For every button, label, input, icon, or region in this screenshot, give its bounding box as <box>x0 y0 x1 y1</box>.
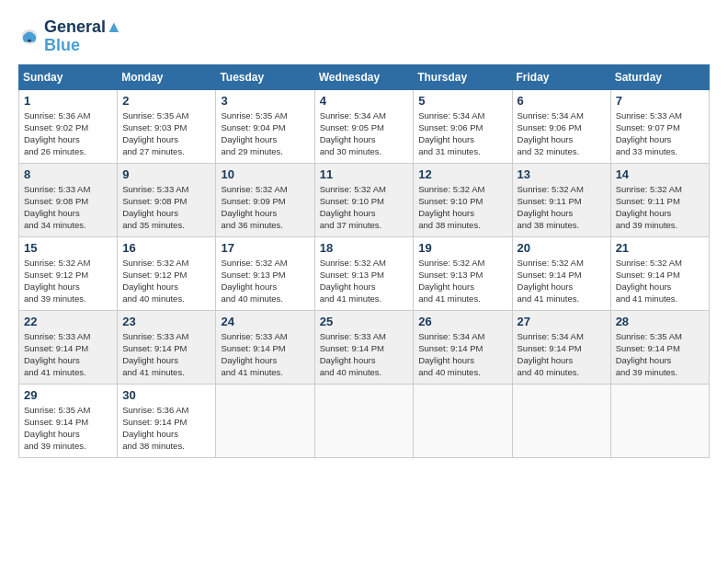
week-row-4: 22 Sunrise: 5:33 AM Sunset: 9:14 PM Dayl… <box>19 310 710 384</box>
day-cell-18: 18 Sunrise: 5:32 AM Sunset: 9:13 PM Dayl… <box>314 236 414 310</box>
day-info: Sunrise: 5:33 AM Sunset: 9:14 PM Dayligh… <box>320 330 409 379</box>
day-number: 3 <box>221 94 309 108</box>
day-info: Sunrise: 5:32 AM Sunset: 9:11 PM Dayligh… <box>616 183 704 232</box>
empty-cell <box>512 384 610 457</box>
day-info: Sunrise: 5:32 AM Sunset: 9:10 PM Dayligh… <box>418 183 506 232</box>
day-number: 2 <box>122 94 210 108</box>
day-info: Sunrise: 5:34 AM Sunset: 9:06 PM Dayligh… <box>418 109 506 158</box>
day-cell-21: 21 Sunrise: 5:32 AM Sunset: 9:14 PM Dayl… <box>610 236 709 310</box>
day-cell-19: 19 Sunrise: 5:32 AM Sunset: 9:13 PM Dayl… <box>414 236 512 310</box>
day-info: Sunrise: 5:33 AM Sunset: 9:14 PM Dayligh… <box>122 330 210 379</box>
calendar-table: SundayMondayTuesdayWednesdayThursdayFrid… <box>18 64 710 458</box>
day-number: 21 <box>616 241 704 255</box>
day-number: 25 <box>320 315 409 328</box>
logo-text: General▲ Blue <box>44 18 122 55</box>
column-header-saturday: Saturday <box>610 64 709 89</box>
column-header-tuesday: Tuesday <box>216 64 314 89</box>
day-info: Sunrise: 5:34 AM Sunset: 9:14 PM Dayligh… <box>518 330 606 379</box>
day-number: 12 <box>418 167 506 181</box>
day-cell-22: 22 Sunrise: 5:33 AM Sunset: 9:14 PM Dayl… <box>19 310 118 384</box>
day-info: Sunrise: 5:33 AM Sunset: 9:14 PM Dayligh… <box>221 330 309 379</box>
day-number: 18 <box>320 241 409 255</box>
day-number: 26 <box>418 315 506 328</box>
day-cell-27: 27 Sunrise: 5:34 AM Sunset: 9:14 PM Dayl… <box>512 310 610 384</box>
week-row-1: 1 Sunrise: 5:36 AM Sunset: 9:02 PM Dayli… <box>19 89 710 163</box>
day-number: 10 <box>221 167 309 181</box>
day-number: 16 <box>122 241 210 255</box>
day-number: 29 <box>24 388 112 402</box>
day-cell-23: 23 Sunrise: 5:33 AM Sunset: 9:14 PM Dayl… <box>118 310 216 384</box>
day-number: 27 <box>518 315 606 328</box>
day-info: Sunrise: 5:32 AM Sunset: 9:11 PM Dayligh… <box>518 183 606 232</box>
day-number: 8 <box>24 167 112 181</box>
day-cell-29: 29 Sunrise: 5:35 AM Sunset: 9:14 PM Dayl… <box>19 384 118 457</box>
day-info: Sunrise: 5:35 AM Sunset: 9:03 PM Dayligh… <box>122 109 210 158</box>
day-number: 17 <box>221 241 309 255</box>
day-number: 15 <box>24 241 112 255</box>
day-info: Sunrise: 5:32 AM Sunset: 9:14 PM Dayligh… <box>518 257 606 305</box>
day-number: 5 <box>418 94 506 108</box>
day-cell-9: 9 Sunrise: 5:33 AM Sunset: 9:08 PM Dayli… <box>118 163 216 236</box>
day-cell-16: 16 Sunrise: 5:32 AM Sunset: 9:12 PM Dayl… <box>118 236 216 310</box>
day-info: Sunrise: 5:32 AM Sunset: 9:09 PM Dayligh… <box>221 183 309 232</box>
day-cell-17: 17 Sunrise: 5:32 AM Sunset: 9:13 PM Dayl… <box>216 236 314 310</box>
empty-cell <box>610 384 709 457</box>
day-cell-28: 28 Sunrise: 5:35 AM Sunset: 9:14 PM Dayl… <box>610 310 709 384</box>
day-cell-10: 10 Sunrise: 5:32 AM Sunset: 9:09 PM Dayl… <box>216 163 314 236</box>
day-cell-13: 13 Sunrise: 5:32 AM Sunset: 9:11 PM Dayl… <box>512 163 610 236</box>
column-header-friday: Friday <box>512 64 610 89</box>
calendar-header: SundayMondayTuesdayWednesdayThursdayFrid… <box>19 64 710 89</box>
day-cell-2: 2 Sunrise: 5:35 AM Sunset: 9:03 PM Dayli… <box>118 89 216 163</box>
day-number: 11 <box>320 167 409 181</box>
day-info: Sunrise: 5:33 AM Sunset: 9:08 PM Dayligh… <box>122 183 210 232</box>
day-cell-12: 12 Sunrise: 5:32 AM Sunset: 9:10 PM Dayl… <box>414 163 512 236</box>
day-info: Sunrise: 5:35 AM Sunset: 9:04 PM Dayligh… <box>221 109 309 158</box>
day-number: 19 <box>418 241 506 255</box>
day-info: Sunrise: 5:35 AM Sunset: 9:14 PM Dayligh… <box>616 330 704 379</box>
day-cell-8: 8 Sunrise: 5:33 AM Sunset: 9:08 PM Dayli… <box>19 163 118 236</box>
day-cell-4: 4 Sunrise: 5:34 AM Sunset: 9:05 PM Dayli… <box>314 89 414 163</box>
column-header-thursday: Thursday <box>414 64 512 89</box>
week-row-3: 15 Sunrise: 5:32 AM Sunset: 9:12 PM Dayl… <box>19 236 710 310</box>
day-info: Sunrise: 5:36 AM Sunset: 9:14 PM Dayligh… <box>122 404 210 453</box>
day-cell-24: 24 Sunrise: 5:33 AM Sunset: 9:14 PM Dayl… <box>216 310 314 384</box>
day-info: Sunrise: 5:32 AM Sunset: 9:10 PM Dayligh… <box>320 183 409 232</box>
day-info: Sunrise: 5:32 AM Sunset: 9:14 PM Dayligh… <box>616 257 704 305</box>
day-number: 23 <box>122 315 210 328</box>
column-header-sunday: Sunday <box>19 64 118 89</box>
day-info: Sunrise: 5:32 AM Sunset: 9:13 PM Dayligh… <box>418 257 506 305</box>
empty-cell <box>414 384 512 457</box>
week-row-5: 29 Sunrise: 5:35 AM Sunset: 9:14 PM Dayl… <box>19 384 710 457</box>
day-cell-1: 1 Sunrise: 5:36 AM Sunset: 9:02 PM Dayli… <box>19 89 118 163</box>
day-info: Sunrise: 5:32 AM Sunset: 9:13 PM Dayligh… <box>221 257 309 305</box>
day-number: 14 <box>616 167 704 181</box>
empty-cell <box>216 384 314 457</box>
day-number: 28 <box>616 315 704 328</box>
logo-icon <box>18 26 40 48</box>
logo: General▲ Blue <box>18 18 122 55</box>
day-cell-20: 20 Sunrise: 5:32 AM Sunset: 9:14 PM Dayl… <box>512 236 610 310</box>
day-number: 20 <box>518 241 606 255</box>
day-number: 6 <box>518 94 606 108</box>
day-info: Sunrise: 5:32 AM Sunset: 9:12 PM Dayligh… <box>122 257 210 305</box>
week-row-2: 8 Sunrise: 5:33 AM Sunset: 9:08 PM Dayli… <box>19 163 710 236</box>
day-cell-14: 14 Sunrise: 5:32 AM Sunset: 9:11 PM Dayl… <box>610 163 709 236</box>
day-cell-15: 15 Sunrise: 5:32 AM Sunset: 9:12 PM Dayl… <box>19 236 118 310</box>
page-header: General▲ Blue <box>18 18 710 55</box>
empty-cell <box>314 384 414 457</box>
day-number: 24 <box>221 315 309 328</box>
day-info: Sunrise: 5:34 AM Sunset: 9:06 PM Dayligh… <box>518 109 606 158</box>
day-cell-5: 5 Sunrise: 5:34 AM Sunset: 9:06 PM Dayli… <box>414 89 512 163</box>
column-header-wednesday: Wednesday <box>314 64 414 89</box>
day-info: Sunrise: 5:34 AM Sunset: 9:05 PM Dayligh… <box>320 109 409 158</box>
day-cell-6: 6 Sunrise: 5:34 AM Sunset: 9:06 PM Dayli… <box>512 89 610 163</box>
day-number: 9 <box>122 167 210 181</box>
day-cell-7: 7 Sunrise: 5:33 AM Sunset: 9:07 PM Dayli… <box>610 89 709 163</box>
day-info: Sunrise: 5:32 AM Sunset: 9:12 PM Dayligh… <box>24 257 112 305</box>
column-header-monday: Monday <box>118 64 216 89</box>
day-info: Sunrise: 5:33 AM Sunset: 9:07 PM Dayligh… <box>616 109 704 158</box>
day-cell-30: 30 Sunrise: 5:36 AM Sunset: 9:14 PM Dayl… <box>118 384 216 457</box>
day-cell-25: 25 Sunrise: 5:33 AM Sunset: 9:14 PM Dayl… <box>314 310 414 384</box>
day-cell-3: 3 Sunrise: 5:35 AM Sunset: 9:04 PM Dayli… <box>216 89 314 163</box>
day-number: 22 <box>24 315 112 328</box>
